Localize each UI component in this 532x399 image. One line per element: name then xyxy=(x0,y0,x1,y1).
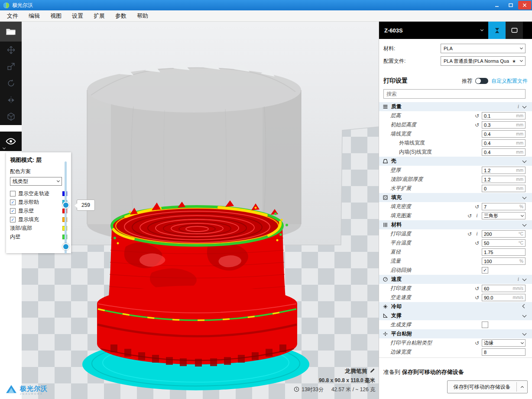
material-select[interactable]: PLA xyxy=(441,44,526,53)
title-bar[interactable]: 极光尔沃 xyxy=(0,0,532,10)
menu-file[interactable]: 文件 xyxy=(2,10,23,21)
rotate-tool-button[interactable] xyxy=(0,75,22,92)
setting-input[interactable]: 0.3mm xyxy=(482,121,526,129)
setting-row-material-0: 打印温度↺i200°C xyxy=(379,229,532,238)
setting-input[interactable]: 8 xyxy=(482,348,526,356)
reset-icon[interactable]: ↺ xyxy=(474,122,480,128)
chevron-left-icon[interactable] xyxy=(522,304,527,308)
setting-input[interactable]: 0.4mm xyxy=(482,139,526,147)
profile-select[interactable]: PLA 普通质量(PLA Norma Qua ★ xyxy=(441,56,526,66)
setting-value: 0.4 xyxy=(484,132,490,137)
view-mode-button[interactable] xyxy=(0,132,22,151)
reset-icon[interactable]: ↺ xyxy=(474,295,480,301)
support-blocker-tool-button[interactable] xyxy=(0,108,22,125)
reset-icon[interactable]: ↺ xyxy=(474,204,480,210)
info-icon[interactable]: i xyxy=(518,103,519,110)
legend-checkbox[interactable] xyxy=(10,191,16,196)
layer-slider-upper-handle[interactable] xyxy=(62,202,69,209)
clock-icon xyxy=(294,386,299,393)
setting-input[interactable]: 1.2mm xyxy=(482,167,526,174)
reset-icon[interactable]: ↺ xyxy=(474,340,480,346)
setting-input[interactable]: 100% xyxy=(482,257,526,265)
setting-input[interactable]: 1.75 xyxy=(482,248,526,256)
info-icon[interactable]: i xyxy=(518,276,519,283)
setting-input[interactable]: 0.4mm xyxy=(482,148,526,156)
category-shell[interactable]: 壳 xyxy=(379,157,532,166)
setting-input[interactable]: 50°C xyxy=(482,239,526,247)
legend-checkbox[interactable]: ✓ xyxy=(10,217,16,222)
setting-input[interactable]: 7% xyxy=(482,203,526,210)
setting-input[interactable]: 1.2mm xyxy=(482,176,526,183)
color-scheme-select[interactable]: 线类型 xyxy=(10,177,62,186)
info-icon[interactable]: i xyxy=(474,212,480,219)
viewport-3d[interactable] xyxy=(22,22,379,399)
setting-label: 打印速度 xyxy=(379,285,411,292)
setting-input[interactable]: 60mm/s xyxy=(482,285,526,292)
category-cooling[interactable]: 冷却 xyxy=(379,302,532,311)
setting-select[interactable]: 三角形 xyxy=(482,212,526,219)
menu-settings[interactable]: 设置 xyxy=(67,10,88,21)
chevron-down-icon[interactable] xyxy=(522,313,527,317)
setting-checkbox[interactable] xyxy=(482,322,488,328)
recommended-custom-toggle[interactable] xyxy=(475,78,488,84)
reset-icon[interactable]: ↺ xyxy=(474,286,480,292)
setting-unit: °C xyxy=(519,241,523,245)
close-button[interactable] xyxy=(518,1,531,10)
legend-row: 显示空走轨迹 xyxy=(10,189,67,198)
chevron-down-icon[interactable] xyxy=(522,222,527,226)
search-input[interactable] xyxy=(383,89,526,99)
model-sliced-lower[interactable] xyxy=(97,200,297,367)
edit-name-icon[interactable] xyxy=(370,368,375,375)
chevron-down-icon xyxy=(520,59,523,62)
setting-select[interactable]: 边缘 xyxy=(482,339,526,347)
setting-unit: mm/s xyxy=(513,286,523,291)
move-tool-button[interactable] xyxy=(0,42,22,58)
category-adhesion[interactable]: 平台粘附 xyxy=(379,329,532,338)
menu-edit[interactable]: 编辑 xyxy=(23,10,45,21)
legend-checkbox[interactable]: ✓ xyxy=(10,208,16,214)
setting-input[interactable]: 200°C xyxy=(482,230,526,238)
chevron-down-icon[interactable] xyxy=(522,104,527,108)
info-icon[interactable]: i xyxy=(474,231,480,237)
setting-input[interactable]: 0.1mm xyxy=(482,112,526,119)
setting-input[interactable]: 0mm xyxy=(482,185,526,192)
chevron-down-icon[interactable] xyxy=(522,331,527,335)
reset-icon[interactable]: ↺ xyxy=(474,113,480,119)
setting-input[interactable]: 0.4mm xyxy=(482,130,526,138)
menu-extensions[interactable]: 扩展 xyxy=(88,10,110,21)
category-support[interactable]: 支撑 xyxy=(379,311,532,320)
setting-input[interactable]: 90.0mm/s xyxy=(482,294,526,301)
chevron-down-icon[interactable] xyxy=(522,195,527,199)
setting-label: 边缘宽度 xyxy=(379,348,411,356)
category-infill[interactable]: 填充 xyxy=(379,193,532,202)
category-quality[interactable]: 质量i xyxy=(379,102,532,111)
layer-slider-lower-handle[interactable] xyxy=(62,243,69,250)
monitor-tab-button[interactable] xyxy=(506,22,523,39)
save-device-dropdown[interactable] xyxy=(517,385,527,389)
save-to-removable-button[interactable]: 保存到可移动的存储设备 xyxy=(447,380,528,393)
legend-checkbox[interactable]: ✓ xyxy=(10,200,16,205)
mirror-tool-button[interactable] xyxy=(0,92,22,109)
menu-view[interactable]: 视图 xyxy=(45,10,67,21)
chevron-down-icon[interactable] xyxy=(522,158,527,163)
minimize-button[interactable] xyxy=(490,1,503,10)
scale-tool-button[interactable] xyxy=(0,58,22,75)
reset-icon[interactable]: ↺ xyxy=(474,240,480,246)
menu-help[interactable]: 帮助 xyxy=(132,10,153,21)
custom-profile-link[interactable]: 自定义配置文件 xyxy=(491,77,528,85)
category-speed[interactable]: 速度i xyxy=(379,275,532,284)
setting-checkbox[interactable]: ✓ xyxy=(482,267,488,274)
reset-icon[interactable]: ↺ xyxy=(467,213,472,219)
setting-row-shell-2: 水平扩展0mm xyxy=(379,184,532,193)
maximize-button[interactable] xyxy=(504,1,517,10)
machine-select[interactable]: Z-603S xyxy=(379,22,488,39)
app-logo-icon xyxy=(3,2,10,9)
prepare-tab-button[interactable] xyxy=(488,22,506,39)
open-file-button[interactable] xyxy=(0,22,22,42)
chevron-down-icon[interactable] xyxy=(522,277,527,281)
category-material[interactable]: 材料 xyxy=(379,220,532,229)
menu-parameters[interactable]: 参数 xyxy=(110,10,132,21)
reset-icon[interactable]: ↺ xyxy=(467,231,472,237)
setting-label: 空走速度 xyxy=(379,294,411,301)
cooling-icon xyxy=(383,304,390,309)
